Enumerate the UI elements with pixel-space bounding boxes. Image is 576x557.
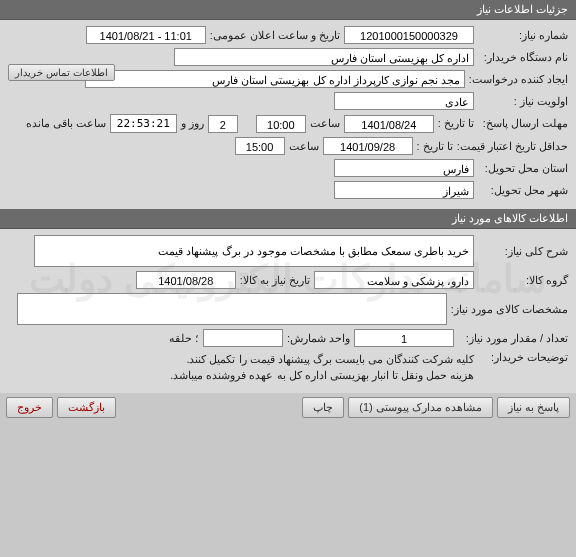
field-validity-time: 15:00 xyxy=(235,137,285,155)
reply-button[interactable]: پاسخ به نیاز xyxy=(497,397,570,418)
label-hours-remaining: ساعت باقی مانده xyxy=(26,117,106,130)
section-header-details: جزئیات اطلاعات نیاز xyxy=(0,0,576,20)
field-days-remaining: 2 xyxy=(208,115,238,133)
countdown-timer: 22:53:21 xyxy=(110,114,177,133)
field-buyer-org: اداره کل بهزیستی استان فارس xyxy=(174,48,474,66)
field-unit xyxy=(203,329,283,347)
label-until-date-1: تا تاریخ : xyxy=(438,117,474,130)
attachments-button[interactable]: مشاهده مدارک پیوستی (1) xyxy=(348,397,493,418)
label-unit: واحد شمارش: xyxy=(287,332,350,345)
label-priority: اولویت نیاز : xyxy=(478,95,568,108)
label-quantity: تعداد / مقدار مورد نیاز: xyxy=(458,332,568,345)
label-hour-1: ساعت xyxy=(310,117,340,130)
field-deadline-time: 10:00 xyxy=(256,115,306,133)
field-deadline-date: 1401/08/24 xyxy=(344,115,434,133)
label-buyer-org: نام دستگاه خریدار: xyxy=(478,51,568,64)
label-days-and: روز و xyxy=(181,117,204,130)
field-request-number: 1201000150000329 xyxy=(344,26,474,44)
label-general-desc: شرح کلی نیاز: xyxy=(478,245,568,258)
label-announce-datetime: تاریخ و ساعت اعلان عمومی: xyxy=(210,29,340,42)
exit-button[interactable]: خروج xyxy=(6,397,53,418)
field-need-date: 1401/08/28 xyxy=(136,271,236,289)
label-goods-spec: مشخصات کالای مورد نیاز: xyxy=(451,303,568,316)
print-button[interactable]: چاپ xyxy=(302,397,344,418)
field-creator: مجد نجم نوازی کارپرداز اداره کل بهزیستی … xyxy=(85,70,465,88)
label-need-date: تاریخ نیاز به کالا: xyxy=(240,274,310,287)
goods-panel: شرح کلی نیاز: گروه کالا: دارو، پزشکی و س… xyxy=(0,229,576,393)
field-delivery-province: فارس xyxy=(334,159,474,177)
label-delivery-province: استان محل تحویل: xyxy=(478,162,568,175)
label-goods-group: گروه کالا: xyxy=(478,274,568,287)
label-price-validity: حداقل تاریخ اعتبار قیمت: xyxy=(457,140,568,153)
buyer-contact-button[interactable]: اطلاعات تماس خریدار xyxy=(8,64,115,81)
details-panel: اطلاعات تماس خریدار شماره نیاز: 12010001… xyxy=(0,20,576,209)
buyer-notes-text: کلیه شرکت کنندگان می بایست برگ پیشنهاد ق… xyxy=(8,351,474,383)
label-buyer-notes: توضیحات خریدار: xyxy=(478,351,568,364)
label-creator: ایجاد کننده درخواست: xyxy=(469,73,568,86)
back-button[interactable]: بازگشت xyxy=(57,397,116,418)
field-goods-group: دارو، پزشکی و سلامت xyxy=(314,271,474,289)
buyer-note-line-2: هزینه حمل ونقل تا انبار بهزیستی اداره کل… xyxy=(8,367,474,383)
field-general-desc[interactable] xyxy=(34,235,474,267)
field-quantity: 1 xyxy=(354,329,454,347)
section-header-goods: اطلاعات کالاهای مورد نیاز xyxy=(0,209,576,229)
label-hour-2: ساعت xyxy=(289,140,319,153)
field-announce-datetime: 1401/08/21 - 11:01 xyxy=(86,26,206,44)
footer-toolbar: پاسخ به نیاز مشاهده مدارک پیوستی (1) چاپ… xyxy=(0,393,576,422)
field-priority: عادی xyxy=(334,92,474,110)
label-until-date-2: تا تاریخ : xyxy=(417,140,453,153)
label-unit-extra: ؛ حلقه xyxy=(169,332,199,345)
field-delivery-city: شیراز xyxy=(334,181,474,199)
field-goods-spec[interactable] xyxy=(17,293,447,325)
label-deadline: مهلت ارسال پاسخ: xyxy=(478,117,568,130)
label-request-number: شماره نیاز: xyxy=(478,29,568,42)
label-delivery-city: شهر محل تحویل: xyxy=(478,184,568,197)
buyer-note-line-1: کلیه شرکت کنندگان می بایست برگ پیشنهاد ق… xyxy=(8,351,474,367)
field-validity-date: 1401/09/28 xyxy=(323,137,413,155)
